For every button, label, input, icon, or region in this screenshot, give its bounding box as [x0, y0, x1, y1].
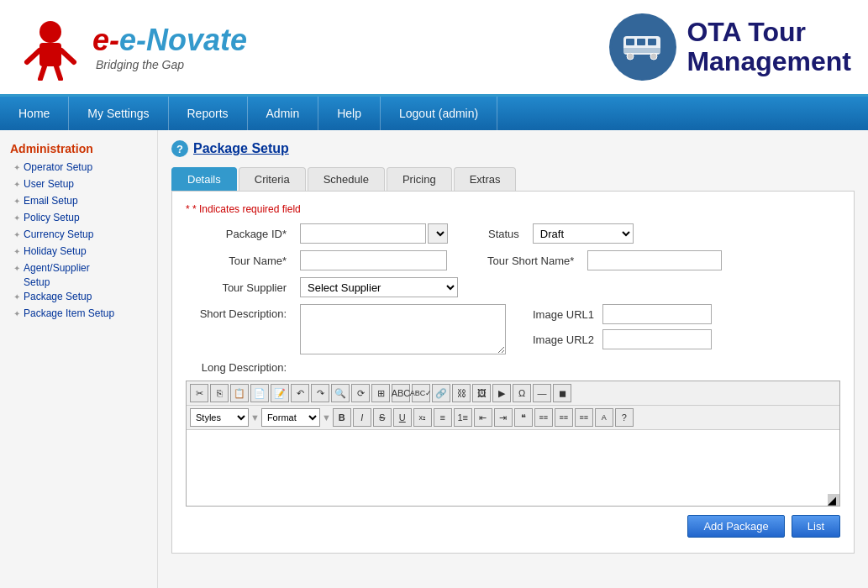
- tour-name-row: Tour Name* Tour Short Name*: [186, 250, 840, 270]
- package-id-dropdown[interactable]: ▼: [428, 223, 448, 244]
- bullet-icon: ✦: [13, 163, 20, 172]
- rte-btn-special[interactable]: Ω: [513, 384, 531, 402]
- sidebar-item-package-setup[interactable]: ✦ Package Setup: [0, 288, 157, 305]
- rte-btn-3[interactable]: 📋: [230, 384, 249, 402]
- rte-btn-4[interactable]: 📄: [250, 384, 269, 402]
- rte-btn-link[interactable]: 🔗: [432, 384, 450, 402]
- short-desc-label: Short Description:: [186, 304, 287, 320]
- rte-btn-jl[interactable]: ≡≡: [534, 408, 553, 427]
- sidebar-item-holiday-setup[interactable]: ✦ Holiday Setup: [0, 243, 157, 260]
- rte-btn-img[interactable]: 🖼: [472, 384, 491, 402]
- tour-supplier-row: Tour Supplier Select Supplier: [186, 277, 840, 297]
- rte-btn-subscript[interactable]: x₂: [413, 408, 432, 427]
- nav-reports[interactable]: Reports: [169, 97, 248, 130]
- nav-my-settings[interactable]: My Settings: [69, 97, 168, 130]
- sidebar-item-agent-supplier-setup[interactable]: ✦ Agent/Supplier: [0, 260, 157, 276]
- image-url1-label: Image URL1: [533, 308, 596, 321]
- sidebar-item-policy-setup[interactable]: ✦ Policy Setup: [0, 209, 157, 226]
- rte-btn-underline[interactable]: U: [393, 408, 412, 427]
- rte-btn-1[interactable]: ✂: [190, 384, 208, 402]
- nav-home[interactable]: Home: [0, 97, 69, 130]
- svg-rect-12: [623, 48, 660, 53]
- rte-btn-spellcheck[interactable]: ABC: [392, 384, 410, 402]
- rte-btn-ul[interactable]: ≡: [434, 408, 452, 427]
- rte-btn-ol[interactable]: 1≡: [454, 408, 472, 427]
- tab-schedule[interactable]: Schedule: [308, 167, 385, 191]
- long-desc-label-row: Long Description:: [186, 361, 840, 374]
- rte-btn-strike[interactable]: S: [373, 408, 392, 427]
- rte-styles-arrow: ▼: [250, 412, 260, 423]
- sidebar-item-currency-setup[interactable]: ✦ Currency Setup: [0, 226, 157, 243]
- svg-line-3: [61, 50, 74, 62]
- package-id-input[interactable]: [300, 223, 426, 244]
- status-group: Status Draft Active Inactive: [488, 223, 634, 244]
- bullet-icon: ✦: [13, 213, 20, 223]
- sidebar-item-agent-supplier-sub[interactable]: Setup: [0, 276, 157, 288]
- tour-short-name-input[interactable]: [587, 250, 722, 270]
- rte-resize-handle[interactable]: ◢: [828, 494, 839, 506]
- tab-criteria[interactable]: Criteria: [239, 167, 306, 191]
- tab-bar: Details Criteria Schedule Pricing Extras: [171, 167, 855, 191]
- sidebar-item-package-item-setup[interactable]: ✦ Package Item Setup: [0, 305, 157, 322]
- rte-content-area[interactable]: ◢: [187, 430, 839, 506]
- svg-point-0: [39, 21, 61, 43]
- rte-btn-spell2[interactable]: ABC✓: [412, 384, 430, 402]
- rte-btn-unlink[interactable]: ⛓: [452, 384, 471, 402]
- sidebar-item-user-setup[interactable]: ✦ User Setup: [0, 176, 157, 192]
- list-button[interactable]: List: [792, 515, 840, 538]
- tour-name-label: Tour Name*: [186, 255, 287, 267]
- image-url2-label: Image URL2: [533, 333, 596, 346]
- main-layout: Administration ✦ Operator Setup ✦ User S…: [0, 130, 868, 588]
- image-url2-input[interactable]: [602, 329, 712, 349]
- rte-btn-indent-dec[interactable]: ⇤: [474, 408, 492, 427]
- status-select[interactable]: Draft Active Inactive: [533, 223, 634, 244]
- rte-btn-jf[interactable]: ≡≡: [575, 408, 593, 427]
- rte-styles-select[interactable]: Styles: [190, 408, 249, 427]
- rte-btn-italic[interactable]: I: [353, 408, 371, 427]
- rte-btn-hr[interactable]: —: [533, 384, 551, 402]
- rte-format-select[interactable]: Format: [261, 408, 320, 427]
- page-title[interactable]: Package Setup: [193, 141, 289, 156]
- rte-btn-replace[interactable]: ⟳: [351, 384, 370, 402]
- tour-supplier-label: Tour Supplier: [186, 281, 287, 294]
- rte-btn-jc[interactable]: ≡≡: [555, 408, 573, 427]
- svg-line-5: [56, 66, 60, 79]
- rte-btn-blockquote[interactable]: ❝: [514, 408, 533, 427]
- tour-supplier-select[interactable]: Select Supplier: [300, 277, 458, 297]
- help-icon[interactable]: ?: [171, 140, 188, 157]
- rte-btn-2[interactable]: ⎘: [210, 384, 229, 402]
- svg-line-4: [40, 66, 45, 79]
- image-url1-input[interactable]: [602, 304, 712, 324]
- nav-admin[interactable]: Admin: [248, 97, 319, 130]
- svg-rect-9: [648, 39, 656, 45]
- tour-name-input[interactable]: [300, 250, 447, 270]
- required-note: * * Indicates required field: [186, 203, 840, 215]
- rte-btn-help[interactable]: ?: [615, 408, 634, 427]
- rte-btn-bold[interactable]: B: [333, 408, 351, 427]
- tab-details[interactable]: Details: [171, 167, 237, 191]
- rte-btn-media[interactable]: ▶: [492, 384, 511, 402]
- nav-help[interactable]: Help: [318, 97, 381, 130]
- bullet-icon: ✦: [13, 180, 20, 189]
- rte-btn-undo[interactable]: ↶: [291, 384, 309, 402]
- sidebar-item-operator-setup[interactable]: ✦ Operator Setup: [0, 159, 157, 176]
- bullet-icon: ✦: [13, 292, 20, 302]
- rte-btn-find[interactable]: 🔍: [331, 384, 350, 402]
- rte-btn-source[interactable]: ◼: [553, 384, 571, 402]
- rte-btn-redo[interactable]: ↷: [311, 384, 329, 402]
- rte-btn-a[interactable]: A: [595, 408, 613, 427]
- rte-btn-indent-inc[interactable]: ⇥: [494, 408, 513, 427]
- svg-rect-1: [39, 43, 61, 66]
- add-package-button[interactable]: Add Package: [687, 515, 784, 538]
- nav-logout[interactable]: Logout (admin): [381, 97, 497, 130]
- ota-title: OTA Tour Management: [687, 18, 851, 76]
- tab-extras[interactable]: Extras: [454, 167, 517, 191]
- bullet-icon: ✦: [13, 309, 20, 318]
- rte-btn-table[interactable]: ⊞: [371, 384, 390, 402]
- main-nav: Home My Settings Reports Admin Help Logo…: [0, 97, 868, 130]
- tab-pricing[interactable]: Pricing: [387, 167, 452, 191]
- short-desc-textarea[interactable]: [300, 304, 506, 354]
- rte-btn-5[interactable]: 📝: [271, 384, 289, 402]
- rich-text-editor: ✂ ⎘ 📋 📄 📝 ↶ ↷ 🔍 ⟳ ⊞ ABC ABC✓ 🔗 ⛓ 🖼 ▶: [186, 381, 840, 507]
- sidebar-item-email-setup[interactable]: ✦ Email Setup: [0, 192, 157, 209]
